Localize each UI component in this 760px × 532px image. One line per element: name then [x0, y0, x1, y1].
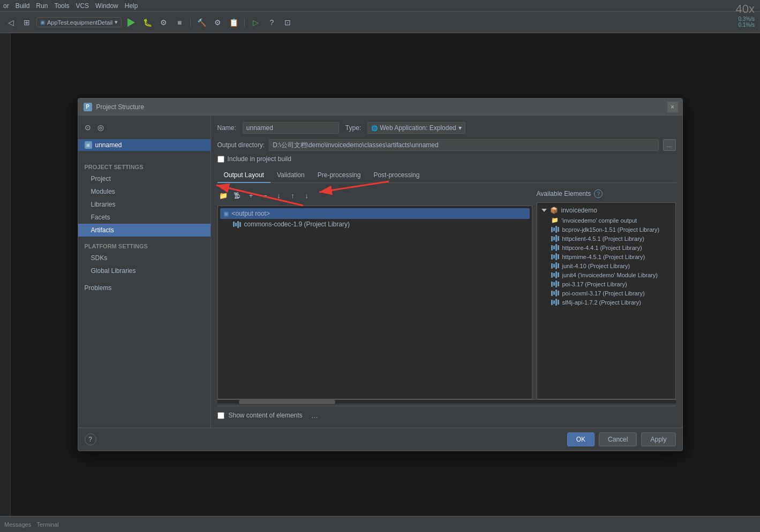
tree-item-commons-codec-label: commons-codec-1.9 (Project Library) [244, 221, 350, 228]
available-tree-scrollbar[interactable] [217, 399, 676, 404]
settings-btn[interactable]: ⚙ [211, 16, 224, 29]
menu-help[interactable]: Help [125, 2, 138, 10]
dialog-help-button[interactable]: ? [85, 434, 96, 445]
sidebar-item-libraries[interactable]: Libraries [78, 198, 210, 211]
build-btn[interactable]: 🔨 [195, 16, 208, 29]
sidebar-item-artifacts[interactable]: Artifacts [78, 224, 210, 237]
menu-run[interactable]: Run [36, 2, 48, 10]
project-settings-header: Project Settings [78, 162, 210, 172]
menu-or[interactable]: or [3, 2, 9, 10]
avail-item-junit4[interactable]: junit4 ('invoicedemo' Module Library) [539, 270, 673, 279]
output-tool-remove-btn[interactable]: − [259, 189, 271, 201]
debug-btn[interactable]: 🐛 [141, 16, 154, 29]
terminal-tab[interactable]: Terminal [36, 521, 59, 528]
output-tool-add-btn[interactable]: + [245, 189, 257, 201]
lib-icon-httpclient [551, 235, 559, 242]
play-icon [127, 18, 135, 27]
terminal-icon-btn[interactable]: ⊡ [281, 16, 294, 29]
avail-item-compile-output-label: 'invoicedemo' compile output [562, 217, 637, 224]
tree-item-commons-codec[interactable]: commons-codec-1.9 (Project Library) [220, 219, 530, 230]
sidebar-navigate-btn[interactable]: ⊙ [82, 122, 93, 133]
tab-pre-processing[interactable]: Pre-processing [311, 168, 367, 183]
avail-item-junit[interactable]: junit-4.10 (Project Library) [539, 261, 673, 270]
avail-item-poi-ooxml[interactable]: poi-ooxml-3.17 (Project Library) [539, 288, 673, 298]
menu-vcs[interactable]: VCS [76, 2, 89, 10]
sidebar-item-modules-label: Modules [91, 188, 115, 195]
sidebar-item-problems[interactable]: Problems [78, 282, 210, 294]
messages-tab[interactable]: Messages [4, 521, 31, 528]
sidebar-item-sdks[interactable]: SDKs [78, 252, 210, 264]
browse-button[interactable]: … [663, 139, 676, 151]
avail-compile-folder-icon: 📁 [551, 217, 559, 224]
output-dir-input[interactable] [269, 139, 658, 151]
toolbar-sep1 [190, 18, 191, 27]
avail-group-invoicedemo[interactable]: 📦 invoicedemo [539, 205, 673, 216]
output-tool-up-btn[interactable]: ↑ [287, 189, 299, 201]
type-select[interactable]: 🌐 Web Application: Exploded ▾ [367, 122, 465, 134]
output-tool-extract-btn[interactable]: ↓ [273, 189, 285, 201]
perf-cpu-bot: 0.1%/s [736, 22, 755, 28]
sidebar-item-global-libraries[interactable]: Global Libraries [78, 264, 210, 277]
output-tool-folder-btn[interactable]: 📁 [217, 189, 229, 201]
name-input[interactable] [243, 122, 339, 134]
output-tree-container[interactable]: ▣ <output root> [217, 206, 532, 399]
avail-item-slf4j[interactable]: slf4j-api-1.7.2 (Project Library) [539, 298, 673, 307]
artifact-item-unnamed[interactable]: ⊞ unnamed [78, 139, 210, 151]
available-elements-help-icon[interactable]: ? [594, 189, 603, 198]
toolbar-sep2 [244, 18, 245, 27]
sidebar-item-project[interactable]: Project [78, 172, 210, 185]
include-in-project-build-checkbox[interactable] [217, 156, 224, 163]
tab-post-processing[interactable]: Post-processing [367, 168, 426, 183]
dialog-title-bar: P Project Structure × [78, 98, 682, 116]
avail-item-bcprov-label: bcprov-jdk15on-1.51 (Project Library) [562, 226, 660, 233]
cancel-button[interactable]: Cancel [599, 432, 637, 446]
name-label: Name: [217, 124, 236, 132]
toolbar-btn2[interactable]: ⊞ [20, 16, 33, 29]
run-config-icon: ▣ [40, 19, 45, 25]
dialog-close-button[interactable]: × [667, 102, 678, 112]
lib-icon-poi [551, 280, 559, 287]
artifact-icon: ⊞ [85, 141, 92, 149]
available-scrollbar-thumb[interactable] [239, 400, 335, 404]
type-icon: 🌐 [371, 125, 378, 131]
tab-validation[interactable]: Validation [270, 168, 311, 183]
show-content-checkbox[interactable] [217, 412, 224, 419]
sidebar-item-project-label: Project [91, 175, 111, 183]
sidebar-item-modules[interactable]: Modules [78, 185, 210, 198]
run-button[interactable] [125, 16, 138, 29]
tree-item-output-root[interactable]: ▣ <output root> [220, 208, 530, 219]
output-tool-jar-btn[interactable]: 🗜 [231, 189, 243, 201]
toolbar-back-btn[interactable]: ◁ [4, 16, 17, 29]
run-config-selector[interactable]: ▣ AppTest.equipmentDetail ▾ [36, 17, 122, 27]
menu-window[interactable]: Window [95, 2, 118, 10]
menu-tools[interactable]: Tools [54, 2, 69, 10]
avail-item-httpmime[interactable]: httpmime-4.5.1 (Project Library) [539, 252, 673, 261]
lib-icon-junit [551, 262, 559, 269]
menu-build[interactable]: Build [16, 2, 30, 10]
status-bar: Messages Terminal [0, 516, 760, 532]
avail-item-bcprov[interactable]: bcprov-jdk15on-1.51 (Project Library) [539, 225, 673, 234]
available-elements-tree[interactable]: 📦 invoicedemo 📁 'invoicedemo' compile ou… [537, 202, 676, 399]
apply-button[interactable]: Apply [641, 432, 675, 446]
avail-item-junit4-label: junit4 ('invoicedemo' Module Library) [562, 272, 658, 278]
run2-btn[interactable]: ▷ [249, 16, 262, 29]
sidebar-navigate2-btn[interactable]: ◎ [95, 122, 106, 133]
structure-btn[interactable]: 📋 [227, 16, 240, 29]
avail-item-poi[interactable]: poi-3.17 (Project Library) [539, 279, 673, 288]
avail-item-compile-output[interactable]: 📁 'invoicedemo' compile output [539, 216, 673, 225]
lib-icon-httpcore [551, 244, 559, 251]
stop-btn[interactable]: ■ [173, 16, 186, 29]
type-label: Type: [345, 124, 361, 132]
coverage-btn[interactable]: ⚙ [157, 16, 170, 29]
avail-item-httpclient[interactable]: httpclient-4.5.1 (Project Library) [539, 234, 673, 243]
tab-output-layout[interactable]: Output Layout [217, 168, 270, 183]
output-tool-down-btn[interactable]: ↓ [301, 189, 313, 201]
output-dir-row: Output directory: … [217, 139, 676, 151]
avail-item-httpcore[interactable]: httpcore-4.4.1 (Project Library) [539, 243, 673, 252]
lib-icon-commons-codec [233, 221, 241, 228]
show-content-options-btn[interactable]: … [309, 409, 321, 421]
sidebar-item-facets[interactable]: Facets [78, 211, 210, 224]
ok-button[interactable]: OK [567, 432, 595, 446]
type-value: Web Application: Exploded [380, 124, 456, 132]
help-btn[interactable]: ? [265, 16, 278, 29]
